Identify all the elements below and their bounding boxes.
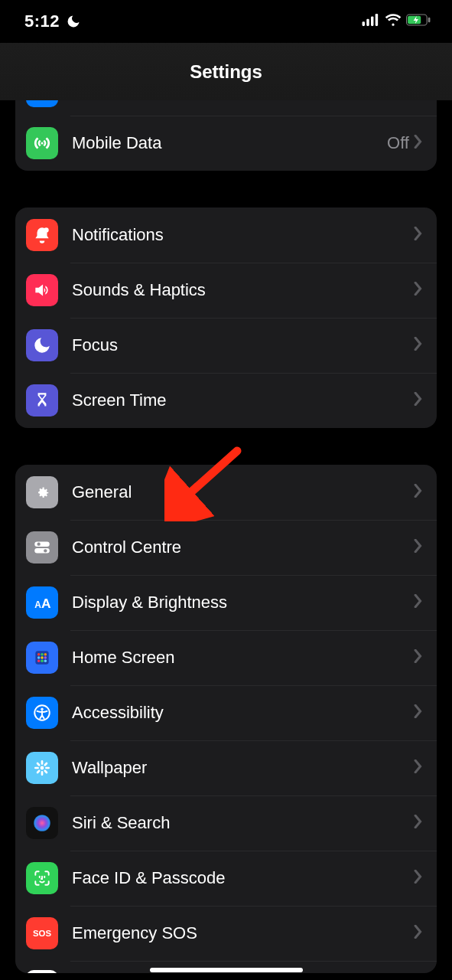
- status-bar: 5:12: [0, 0, 452, 43]
- chevron-right-icon: [414, 135, 423, 152]
- svg-point-26: [41, 766, 44, 770]
- svg-text:A: A: [41, 596, 51, 611]
- settings-row-sos[interactable]: SOS Emergency SOS: [15, 906, 437, 961]
- settings-row-control-centre[interactable]: Control Centre: [15, 520, 437, 575]
- chevron-right-icon: [414, 704, 423, 721]
- antenna-icon: [26, 127, 58, 159]
- row-label: Face ID & Passcode: [72, 868, 414, 888]
- settings-group-connectivity: Mobile Data Off: [15, 100, 437, 171]
- chevron-right-icon: [414, 649, 423, 666]
- settings-row-display[interactable]: AA Display & Brightness: [15, 575, 437, 630]
- chevron-right-icon: [414, 484, 423, 501]
- cellular-icon: [362, 14, 380, 29]
- moon-icon: [66, 14, 81, 29]
- svg-rect-3: [376, 14, 378, 26]
- svg-rect-8: [34, 541, 50, 547]
- row-label: Screen Time: [72, 390, 414, 410]
- chevron-right-icon: [414, 815, 423, 831]
- row-label: Mobile Data: [72, 133, 387, 153]
- page-title: Settings: [190, 61, 262, 83]
- settings-group-notifications: Notifications Sounds & Haptics Focus Scr…: [15, 207, 437, 428]
- settings-row-screen-time[interactable]: Screen Time: [15, 373, 437, 428]
- settings-row-general[interactable]: General: [15, 465, 437, 520]
- unknown-icon: [26, 970, 58, 973]
- faceid-icon: [26, 862, 58, 894]
- settings-row-sounds[interactable]: Sounds & Haptics: [15, 263, 437, 318]
- chevron-right-icon: [414, 392, 423, 409]
- chevron-right-icon: [414, 594, 423, 611]
- bluetooth-icon: [26, 100, 58, 107]
- chevron-right-icon: [414, 760, 423, 776]
- row-value: Off: [387, 133, 409, 153]
- svg-point-7: [44, 227, 48, 233]
- chevron-right-icon: [414, 539, 423, 556]
- svg-point-20: [44, 656, 47, 658]
- svg-point-11: [44, 549, 47, 552]
- svg-point-27: [34, 815, 50, 831]
- svg-point-15: [37, 653, 40, 655]
- row-label: Sounds & Haptics: [72, 280, 414, 300]
- chevron-right-icon: [414, 925, 423, 942]
- row-label: Accessibility: [72, 703, 414, 723]
- row-label: Control Centre: [72, 537, 414, 557]
- svg-text:SOS: SOS: [33, 929, 51, 938]
- row-label: Focus: [72, 335, 414, 355]
- grid-apps-icon: [26, 642, 58, 674]
- nav-header: Settings: [0, 43, 452, 100]
- svg-text:A: A: [34, 599, 41, 610]
- row-label: Display & Brightness: [72, 593, 414, 612]
- row-label: General: [72, 482, 414, 502]
- flower-icon: [26, 752, 58, 784]
- home-indicator[interactable]: [150, 968, 303, 972]
- bell-icon: [26, 219, 58, 251]
- svg-point-25: [41, 707, 43, 710]
- gear-icon: [26, 476, 58, 508]
- svg-point-17: [44, 653, 47, 655]
- settings-row-focus[interactable]: Focus: [15, 318, 437, 373]
- svg-rect-1: [366, 19, 369, 26]
- svg-point-9: [37, 543, 41, 546]
- battery-icon: [406, 14, 431, 29]
- chevron-right-icon: [414, 870, 423, 887]
- settings-row-faceid[interactable]: Face ID & Passcode: [15, 851, 437, 906]
- svg-rect-2: [371, 16, 373, 26]
- svg-rect-10: [34, 548, 50, 554]
- svg-point-19: [41, 656, 43, 658]
- svg-rect-6: [428, 18, 431, 22]
- row-label: Emergency SOS: [72, 923, 414, 943]
- settings-row-mobile-data[interactable]: Mobile Data Off: [15, 116, 437, 171]
- row-label: Siri & Search: [72, 813, 414, 833]
- svg-point-22: [41, 660, 43, 662]
- hourglass-icon: [26, 384, 58, 416]
- settings-row-accessibility[interactable]: Accessibility: [15, 685, 437, 740]
- status-time: 5:12: [24, 11, 60, 31]
- chevron-right-icon: [414, 337, 423, 354]
- moon-icon: [26, 329, 58, 361]
- settings-row-home-screen[interactable]: Home Screen: [15, 630, 437, 685]
- svg-point-21: [37, 660, 40, 662]
- chevron-right-icon: [414, 282, 423, 299]
- chevron-right-icon: [414, 227, 423, 243]
- svg-point-18: [37, 656, 40, 658]
- settings-row-notifications[interactable]: Notifications: [15, 207, 437, 263]
- settings-row-partial[interactable]: [15, 100, 437, 116]
- siri-icon: [26, 807, 58, 839]
- accessibility-icon: [26, 697, 58, 729]
- row-label: Wallpaper: [72, 758, 414, 778]
- svg-point-16: [41, 653, 43, 655]
- speaker-icon: [26, 274, 58, 306]
- sos-icon: SOS: [26, 917, 58, 949]
- settings-row-wallpaper[interactable]: Wallpaper: [15, 740, 437, 795]
- wifi-icon: [385, 11, 402, 31]
- settings-group-general: General Control Centre AA Display & Brig…: [15, 465, 437, 973]
- switches-icon: [26, 531, 58, 564]
- svg-point-23: [44, 660, 47, 662]
- row-label: Home Screen: [72, 648, 414, 668]
- settings-row-siri[interactable]: Siri & Search: [15, 795, 437, 851]
- settings-list[interactable]: Mobile Data Off Notifications Sounds & H…: [0, 100, 452, 980]
- text-size-icon: AA: [26, 586, 58, 619]
- svg-rect-0: [363, 21, 365, 26]
- row-label: Notifications: [72, 225, 414, 245]
